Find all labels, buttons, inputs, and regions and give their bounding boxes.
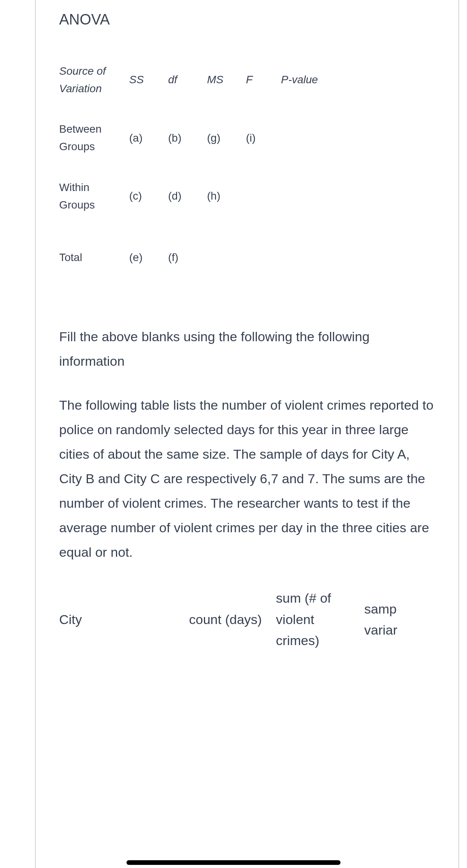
cell-within-p <box>281 167 328 226</box>
row-total: Total (e) (f) <box>59 226 328 278</box>
instruction-paragraph: Fill the above blanks using the followin… <box>59 324 435 374</box>
cell-within-ms: (h) <box>207 167 246 226</box>
header-ss: SS <box>129 55 168 109</box>
cell-within-df: (d) <box>168 167 207 226</box>
header-df: df <box>168 55 207 109</box>
data-table: City count (days) sum (# of violent crim… <box>59 584 435 655</box>
cell-between-ss: (a) <box>129 109 168 167</box>
document-container: ANOVA Source of Variation SS df MS F P-v… <box>35 0 459 868</box>
row-within-groups: Within Groups (c) (d) (h) <box>59 167 328 226</box>
header-samp: samp variar <box>364 584 435 655</box>
cell-total-label: Total <box>59 226 129 278</box>
header-f: F <box>246 55 281 109</box>
anova-table: Source of Variation SS df MS F P-value B… <box>59 55 328 278</box>
header-ms: MS <box>207 55 246 109</box>
cell-within-ss: (c) <box>129 167 168 226</box>
cell-total-p <box>281 226 328 278</box>
content-area: ANOVA Source of Variation SS df MS F P-v… <box>36 0 458 671</box>
cell-total-f <box>246 226 281 278</box>
cell-between-p <box>281 109 328 167</box>
header-pvalue: P-value <box>281 55 328 109</box>
horizontal-scrollbar-indicator[interactable] <box>126 860 341 865</box>
cell-within-label: Within Groups <box>59 167 129 226</box>
header-count: count (days) <box>189 584 276 655</box>
problem-paragraph: The following table lists the number of … <box>59 393 435 564</box>
cell-within-f <box>246 167 281 226</box>
cell-total-ms <box>207 226 246 278</box>
anova-title: ANOVA <box>59 8 435 32</box>
cell-between-f: (i) <box>246 109 281 167</box>
cell-total-df: (f) <box>168 226 207 278</box>
cell-total-ss: (e) <box>129 226 168 278</box>
cell-between-ms: (g) <box>207 109 246 167</box>
data-table-header-row: City count (days) sum (# of violent crim… <box>59 584 435 655</box>
cell-between-label: Between Groups <box>59 109 129 167</box>
row-between-groups: Between Groups (a) (b) (g) (i) <box>59 109 328 167</box>
anova-header-row: Source of Variation SS df MS F P-value <box>59 55 328 109</box>
header-city: City <box>59 584 189 655</box>
header-sum: sum (# of violent crimes) <box>276 584 364 655</box>
cell-between-df: (b) <box>168 109 207 167</box>
header-source: Source of Variation <box>59 55 129 109</box>
